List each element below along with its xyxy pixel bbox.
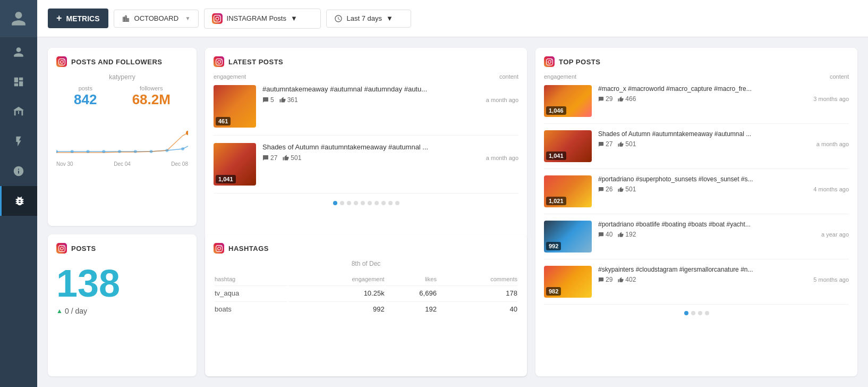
latest-post-thumb-2: 1,041 bbox=[214, 143, 256, 186]
dot-3[interactable] bbox=[347, 201, 351, 205]
top-post-thumb-4: 992 bbox=[544, 221, 592, 253]
hashtags-title: HASHTAGS bbox=[228, 245, 269, 253]
chevron-down-icon: ▼ bbox=[185, 15, 191, 21]
dot-6[interactable] bbox=[368, 201, 372, 205]
top-posts-header: TOP POSTS bbox=[544, 56, 849, 67]
top-post-stats-3: 26 501 4 months ago bbox=[598, 186, 849, 193]
top-post-eng-3: 1,021 bbox=[546, 197, 566, 205]
sidebar-item-bank[interactable] bbox=[0, 97, 37, 127]
top-likes-5: 402 bbox=[618, 276, 636, 283]
sidebar-item-user[interactable] bbox=[0, 37, 37, 67]
latest-post-content-2: Shades of Autumn #autumntakemeaway #autu… bbox=[262, 143, 518, 162]
top-post-thumb-2: 1,041 bbox=[544, 130, 592, 162]
dot-5[interactable] bbox=[361, 201, 365, 205]
instagram-icon bbox=[212, 13, 223, 24]
top-post-thumb-1: 1,046 bbox=[544, 85, 592, 117]
svg-point-6 bbox=[150, 150, 153, 153]
top-posts-pagination bbox=[544, 311, 849, 315]
plus-icon: + bbox=[56, 13, 62, 24]
time-dropdown[interactable]: Last 7 days ▼ bbox=[326, 10, 411, 28]
top-post-content-5: #skypainters #cloudstagram #igersmallorc… bbox=[598, 266, 849, 283]
sidebar-item-bug[interactable] bbox=[0, 186, 37, 216]
top-post-text-4: #portadriano #boatlife #boating #boats #… bbox=[598, 221, 849, 228]
latest-posts-pagination bbox=[214, 201, 518, 205]
top-likes-4: 192 bbox=[618, 231, 636, 238]
top-post-stats-2: 27 501 a month ago bbox=[598, 140, 849, 148]
top-post-stats-1: 29 466 3 months ago bbox=[598, 95, 849, 103]
posts-followers-card: POSTS AND FOLLOWERS katyperry posts 842 … bbox=[48, 48, 197, 226]
latest-posts-meta: engagement content bbox=[214, 73, 518, 80]
svg-point-2 bbox=[87, 150, 90, 153]
hashtag-comments-2: 40 bbox=[438, 301, 517, 316]
hashtags-header: HASHTAGS bbox=[214, 243, 518, 254]
top-likes-1: 466 bbox=[618, 95, 636, 103]
top-post-item-2: 1,041 Shades of Autumn #autumntakemeaway… bbox=[544, 130, 849, 169]
top-time-2: a month ago bbox=[816, 141, 849, 147]
hashtags-card: HASHTAGS 8th of Dec hashtag engagement l… bbox=[205, 234, 527, 376]
posts-card: POSTS 138 ▲ 0 / day bbox=[48, 234, 197, 376]
sidebar bbox=[0, 0, 37, 387]
pf-posts-value: 842 bbox=[74, 91, 97, 108]
content-area: POSTS AND FOLLOWERS katyperry posts 842 … bbox=[37, 37, 868, 387]
dot-1[interactable] bbox=[333, 201, 337, 205]
top-post-content-4: #portadriano #boatlife #boating #boats #… bbox=[598, 221, 849, 238]
dot-2[interactable] bbox=[340, 201, 344, 205]
instagram-dropdown[interactable]: INSTAGRAM Posts ▼ bbox=[204, 9, 321, 29]
octoboard-dropdown[interactable]: OCTOBOARD ▼ bbox=[114, 10, 199, 28]
col-hashtag: hashtag bbox=[215, 274, 287, 284]
top-dot-2[interactable] bbox=[691, 311, 695, 315]
dot-10[interactable] bbox=[395, 201, 399, 205]
top-post-eng-2: 1,041 bbox=[546, 152, 566, 160]
top-post-item-4: 992 #portadriano #boatlife #boating #boa… bbox=[544, 221, 849, 259]
octoboard-label: OCTOBOARD bbox=[134, 14, 179, 22]
posts-card-header: POSTS bbox=[56, 243, 188, 254]
instagram-icon-latest bbox=[214, 56, 224, 67]
top-post-text-1: #macro_x #macroworld #macro_capture #mac… bbox=[598, 85, 849, 92]
top-dot-4[interactable] bbox=[705, 311, 709, 315]
instagram-icon-pf bbox=[56, 56, 67, 67]
instagram-icon-hashtags bbox=[214, 243, 224, 254]
comments-chip-1: 5 bbox=[262, 96, 274, 104]
hashtag-comments-1: 178 bbox=[438, 285, 517, 300]
dot-8[interactable] bbox=[381, 201, 386, 205]
instagram-chevron-icon: ▼ bbox=[291, 14, 297, 22]
top-time-1: 3 months ago bbox=[813, 96, 849, 102]
arrow-up-icon: ▲ bbox=[56, 307, 63, 315]
svg-point-7 bbox=[165, 149, 168, 152]
likes-chip-2: 501 bbox=[283, 154, 301, 162]
hashtag-date: 8th of Dec bbox=[214, 260, 518, 267]
svg-point-5 bbox=[134, 150, 137, 153]
top-post-text-5: #skypainters #cloudstagram #igersmallorc… bbox=[598, 266, 849, 273]
sidebar-item-info[interactable] bbox=[0, 156, 37, 186]
top-post-eng-5: 982 bbox=[546, 287, 561, 296]
top-post-item-1: 1,046 #macro_x #macroworld #macro_captur… bbox=[544, 85, 849, 124]
topbar: + METRICS OCTOBOARD ▼ INSTAGRAM Posts ▼ … bbox=[37, 0, 868, 37]
metrics-label: METRICS bbox=[66, 14, 100, 23]
col-comments: comments bbox=[438, 274, 517, 284]
sidebar-item-dashboard[interactable] bbox=[0, 67, 37, 97]
post-engagement-2: 1,041 bbox=[216, 175, 236, 183]
clock-icon bbox=[334, 14, 343, 23]
posts-followers-title: POSTS AND FOLLOWERS bbox=[71, 58, 163, 66]
dot-4[interactable] bbox=[354, 201, 358, 205]
col-likes: likes bbox=[386, 274, 437, 284]
pf-followers-value: 68.2M bbox=[132, 91, 171, 108]
latest-post-item-2: 1,041 Shades of Autumn #autumntakemeaway… bbox=[214, 143, 518, 194]
top-dot-1[interactable] bbox=[684, 311, 688, 315]
dot-7[interactable] bbox=[375, 201, 379, 205]
time-chevron-icon: ▼ bbox=[386, 14, 393, 22]
hashtag-table: hashtag engagement likes comments tv_aqu… bbox=[214, 273, 518, 317]
likes-chip-1: 361 bbox=[279, 96, 298, 104]
hashtag-name-2: boats bbox=[215, 301, 287, 316]
chart-labels: Nov 30 Dec 04 Dec 08 bbox=[56, 161, 188, 167]
metrics-button[interactable]: + METRICS bbox=[48, 9, 108, 28]
top-post-eng-4: 992 bbox=[546, 242, 561, 250]
sidebar-item-lightning[interactable] bbox=[0, 127, 37, 156]
hashtag-name-1: tv_aqua bbox=[215, 285, 287, 300]
top-dot-3[interactable] bbox=[698, 311, 702, 315]
top-post-thumb-5: 982 bbox=[544, 266, 592, 298]
chart-area bbox=[56, 114, 188, 157]
hashtag-row-2: boats 992 192 40 bbox=[215, 301, 517, 316]
dot-9[interactable] bbox=[388, 201, 393, 205]
posts-per-day-value: 0 bbox=[65, 307, 69, 315]
